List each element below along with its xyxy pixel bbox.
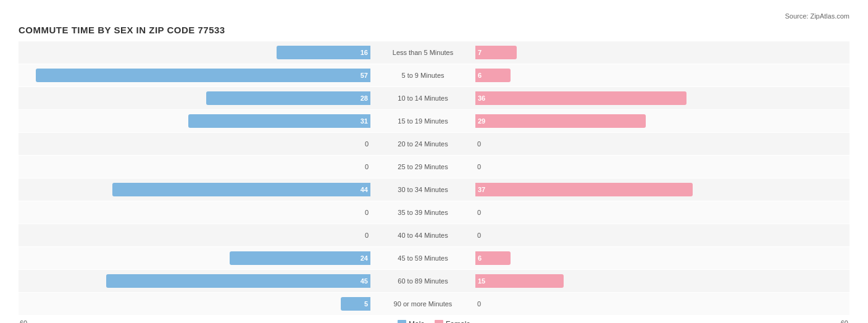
female-value-zero: 0: [477, 209, 481, 216]
right-bar-container: 15: [475, 270, 827, 292]
legend-male-box: [398, 320, 406, 323]
chart-row: 4430 to 34 Minutes37: [19, 178, 849, 201]
chart-row: 575 to 9 Minutes6: [19, 64, 849, 86]
female-bar: 29: [475, 114, 646, 128]
female-bar: 37: [475, 183, 693, 196]
category-label: 90 or more Minutes: [370, 300, 475, 308]
footer: 60 Male Female 60: [19, 317, 849, 323]
male-value: 57: [361, 72, 368, 79]
left-bar-container: 0: [19, 156, 370, 178]
category-label: 60 to 89 Minutes: [370, 277, 475, 285]
right-bar-container: 0: [475, 133, 827, 155]
male-bar: 5: [341, 297, 370, 311]
male-value: 28: [361, 94, 368, 102]
left-bar-container: 16: [19, 41, 370, 64]
female-bar: 6: [475, 251, 511, 265]
female-value: 6: [478, 254, 482, 262]
source-label: Source: ZipAtlas.com: [19, 12, 849, 20]
left-bar-container: 5: [19, 293, 370, 315]
chart-row: 2810 to 14 Minutes36: [19, 87, 849, 109]
category-label: 10 to 14 Minutes: [370, 94, 475, 102]
chart-row: 2445 to 59 Minutes6: [19, 247, 849, 269]
chart-row: 4560 to 89 Minutes15: [19, 270, 849, 292]
category-label: 25 to 29 Minutes: [370, 163, 475, 170]
male-bar: 31: [188, 114, 370, 128]
female-bar: 6: [475, 69, 511, 82]
left-bar-container: 0: [19, 133, 370, 155]
left-bar-container: 31: [19, 110, 370, 132]
category-label: 45 to 59 Minutes: [370, 254, 475, 262]
female-value: 37: [478, 186, 485, 193]
right-bar-container: 36: [475, 87, 827, 109]
legend-female: Female: [435, 320, 470, 323]
left-bar-container: 0: [19, 224, 370, 246]
category-label: Less than 5 Minutes: [370, 49, 475, 56]
male-value: 5: [364, 300, 368, 308]
male-value: 31: [361, 117, 368, 125]
legend: Male Female: [398, 320, 470, 323]
chart-row: 020 to 24 Minutes0: [19, 133, 849, 155]
left-bar-container: 44: [19, 178, 370, 201]
category-label: 5 to 9 Minutes: [370, 72, 475, 79]
male-bar: 28: [206, 91, 370, 105]
female-value: 29: [478, 117, 485, 125]
male-value-zero: 0: [365, 209, 369, 216]
female-value: 7: [478, 49, 482, 56]
male-value: 16: [361, 49, 368, 56]
left-bar-container: 45: [19, 270, 370, 292]
male-bar: 44: [112, 183, 370, 196]
left-bar-container: 57: [19, 64, 370, 86]
female-value: 36: [478, 94, 485, 102]
left-bar-container: 0: [19, 201, 370, 224]
male-value: 45: [361, 277, 368, 285]
right-bar-container: 0: [475, 201, 827, 224]
category-label: 20 to 24 Minutes: [370, 140, 475, 148]
female-value: 15: [478, 277, 485, 285]
category-label: 30 to 34 Minutes: [370, 186, 475, 193]
legend-female-box: [435, 320, 443, 323]
chart-row: 3115 to 19 Minutes29: [19, 110, 849, 132]
male-value-zero: 0: [365, 140, 369, 148]
male-value-zero: 0: [365, 232, 369, 239]
axis-left-label: 60: [20, 319, 27, 323]
male-bar: 57: [36, 69, 370, 82]
legend-male: Male: [398, 320, 425, 323]
chart-row: 590 or more Minutes0: [19, 293, 849, 315]
female-bar: 15: [475, 274, 564, 288]
right-bar-container: 37: [475, 178, 827, 201]
chart-row: 035 to 39 Minutes0: [19, 201, 849, 224]
female-value-zero: 0: [477, 232, 481, 239]
male-value: 24: [361, 254, 368, 262]
female-bar: 36: [475, 91, 686, 105]
legend-male-label: Male: [409, 320, 425, 323]
right-bar-container: 0: [475, 224, 827, 246]
female-value-zero: 0: [477, 140, 481, 148]
right-bar-container: 29: [475, 110, 827, 132]
right-bar-container: 7: [475, 41, 827, 64]
axis-right-label: 60: [841, 319, 848, 323]
right-bar-container: 6: [475, 247, 827, 269]
male-bar: 45: [106, 274, 370, 288]
male-bar: 24: [230, 251, 370, 265]
female-value-zero: 0: [477, 163, 481, 170]
right-bar-container: 0: [475, 293, 827, 315]
left-bar-container: 28: [19, 87, 370, 109]
female-bar: 7: [475, 46, 517, 59]
chart-row: 040 to 44 Minutes0: [19, 224, 849, 246]
male-value-zero: 0: [365, 163, 369, 170]
female-value: 6: [478, 72, 482, 79]
category-label: 40 to 44 Minutes: [370, 232, 475, 239]
category-label: 15 to 19 Minutes: [370, 117, 475, 125]
chart-area: 16Less than 5 Minutes7575 to 9 Minutes62…: [19, 41, 849, 315]
female-value-zero: 0: [477, 300, 481, 308]
chart-row: 025 to 29 Minutes0: [19, 156, 849, 178]
male-bar: 16: [277, 46, 370, 59]
legend-female-label: Female: [446, 320, 470, 323]
male-value: 44: [361, 186, 368, 193]
category-label: 35 to 39 Minutes: [370, 209, 475, 216]
right-bar-container: 0: [475, 156, 827, 178]
chart-row: 16Less than 5 Minutes7: [19, 41, 849, 64]
left-bar-container: 24: [19, 247, 370, 269]
chart-title: COMMUTE TIME BY SEX IN ZIP CODE 77533: [19, 25, 849, 35]
right-bar-container: 6: [475, 64, 827, 86]
